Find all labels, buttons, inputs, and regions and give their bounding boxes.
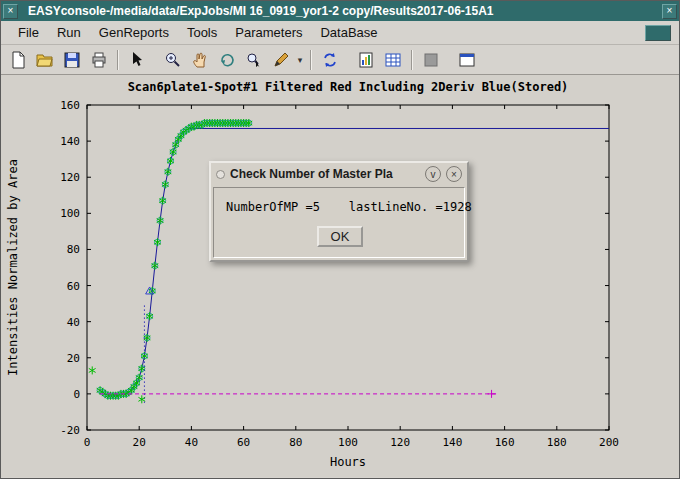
table-icon: [384, 51, 402, 69]
app-window: × EASYconsole-/media/data/ExpJobs/MI 16_…: [0, 0, 680, 479]
window-icon: [458, 51, 476, 69]
new-file-button[interactable]: [5, 48, 31, 72]
open-folder-button[interactable]: [32, 48, 58, 72]
svg-text:120: 120: [390, 436, 410, 449]
pan-hand-button[interactable]: [187, 48, 213, 72]
svg-text:40: 40: [185, 436, 198, 449]
ok-button[interactable]: OK: [317, 226, 364, 247]
menu-run[interactable]: Run: [48, 23, 90, 42]
pan-hand-icon: [191, 51, 209, 69]
toolbar-separator: [310, 50, 312, 70]
menu-database[interactable]: DataBase: [311, 23, 386, 42]
menu-genreports[interactable]: GenReports: [90, 23, 178, 42]
window-title: EASYconsole-/media/data/ExpJobs/MI 16_09…: [22, 4, 658, 18]
svg-text:140: 140: [60, 135, 80, 148]
svg-text:20: 20: [67, 352, 80, 365]
save-button[interactable]: [59, 48, 85, 72]
check-master-plates-dialog: Check Number of Master Pla v × NumberOfM…: [209, 161, 469, 262]
svg-text:60: 60: [67, 280, 80, 293]
toolbar-separator: [411, 50, 413, 70]
window-title-bar[interactable]: × EASYconsole-/media/data/ExpJobs/MI 16_…: [1, 1, 679, 21]
svg-text:Hours: Hours: [330, 455, 366, 469]
menu-tools[interactable]: Tools: [178, 23, 226, 42]
svg-text:100: 100: [60, 207, 80, 220]
svg-text:80: 80: [67, 243, 80, 256]
chart-panel: Scan6plate1-Spot#1 Filtered Red Includin…: [1, 75, 679, 477]
window-close-left-button[interactable]: ×: [3, 4, 18, 19]
svg-text:40: 40: [67, 316, 80, 329]
print-icon: [90, 51, 108, 69]
save-icon: [63, 51, 81, 69]
stop-icon: [422, 51, 440, 69]
zoom-select-icon: [245, 51, 263, 69]
dialog-app-icon: [216, 170, 225, 179]
dialog-body: NumberOfMP =5 lastLineNo. =1928 OK: [213, 187, 465, 258]
menu-grip: [645, 25, 671, 41]
growth-curve-chart: Scan6plate1-Spot#1 Filtered Red Includin…: [1, 75, 673, 473]
zoom-in-button[interactable]: [160, 48, 186, 72]
cursor-icon: [128, 51, 146, 69]
svg-text:Scan6plate1-Spot#1 Filtered Re: Scan6plate1-Spot#1 Filtered Red Includin…: [128, 80, 569, 94]
table-button[interactable]: [380, 48, 406, 72]
svg-text:Intensities Normalized by Area: Intensities Normalized by Area: [6, 159, 20, 376]
dialog-title: Check Number of Master Pla: [230, 167, 420, 181]
brush-dropdown-arrow[interactable]: ▾: [295, 55, 305, 65]
zoom-select-button[interactable]: [241, 48, 267, 72]
dialog-message: NumberOfMP =5 lastLineNo. =1928: [226, 200, 454, 214]
rotate-icon: [218, 51, 236, 69]
print-button[interactable]: [86, 48, 112, 72]
toolbar: ▾: [1, 45, 679, 75]
svg-text:160: 160: [495, 436, 515, 449]
refresh-icon: [321, 51, 339, 69]
menu-bar: File Run GenReports Tools Parameters Dat…: [1, 21, 679, 45]
close-icon: ×: [451, 169, 457, 180]
svg-text:100: 100: [338, 436, 358, 449]
dialog-close-button[interactable]: ×: [446, 166, 462, 182]
close-icon: ×: [667, 5, 673, 16]
window-tile-button[interactable]: [454, 48, 480, 72]
menu-file[interactable]: File: [9, 23, 48, 42]
svg-text:160: 160: [60, 99, 80, 112]
open-folder-icon: [36, 51, 54, 69]
svg-text:-20: -20: [60, 424, 80, 437]
svg-text:0: 0: [84, 436, 91, 449]
window-close-right-button[interactable]: ×: [662, 4, 677, 19]
rotate-button[interactable]: [214, 48, 240, 72]
svg-text:80: 80: [289, 436, 302, 449]
new-file-icon: [9, 51, 27, 69]
svg-text:0: 0: [73, 388, 80, 401]
toolbar-separator: [117, 50, 119, 70]
stop-button[interactable]: [418, 48, 444, 72]
menu-parameters[interactable]: Parameters: [226, 23, 311, 42]
report-icon: [357, 51, 375, 69]
refresh-button[interactable]: [317, 48, 343, 72]
svg-text:120: 120: [60, 171, 80, 184]
close-icon: ×: [8, 5, 14, 16]
svg-text:180: 180: [547, 436, 567, 449]
dialog-title-bar[interactable]: Check Number of Master Pla v ×: [211, 163, 467, 185]
brush-icon: [272, 51, 290, 69]
dialog-collapse-button[interactable]: v: [425, 166, 441, 182]
svg-text:200: 200: [599, 436, 619, 449]
svg-text:20: 20: [133, 436, 146, 449]
cursor-button[interactable]: [124, 48, 150, 72]
brush-button[interactable]: [268, 48, 294, 72]
svg-text:140: 140: [442, 436, 462, 449]
zoom-in-icon: [164, 51, 182, 69]
chevron-down-icon: v: [431, 169, 436, 180]
report-button[interactable]: [353, 48, 379, 72]
svg-text:60: 60: [237, 436, 250, 449]
